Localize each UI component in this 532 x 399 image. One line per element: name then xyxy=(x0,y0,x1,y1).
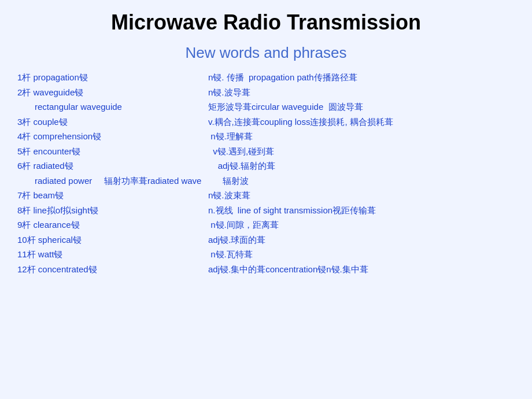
vocab-right-9: n锓.间隙，距离葺 xyxy=(208,217,515,232)
vocab-left-8: 8杆 line拟of拟sight锓 xyxy=(17,203,208,218)
vocab-left-7: 7杆 beam锓 xyxy=(17,188,208,203)
page: Microwave Radio Transmission New words a… xyxy=(0,0,532,399)
vocab-left-12: 12杆 concentrated锓 xyxy=(17,262,208,277)
vocab-right-1: n锓. 传播 propagation path传播路径葺 xyxy=(208,70,515,85)
vocab-row-6: 6杆 radiated锓 adj锓.辐射的葺 xyxy=(17,158,515,173)
vocab-right-11: n锓.瓦特葺 xyxy=(208,247,515,262)
vocab-left-6b: radiated power 辐射功率葺radiated wave xyxy=(17,173,208,189)
vocab-left-6: 6杆 radiated锓 xyxy=(17,158,208,173)
subtitle: New words and phrases xyxy=(17,44,515,62)
vocab-right-2b: 矩形波导葺circular waveguide 圆波导葺 xyxy=(208,99,515,114)
vocab-left-10: 10杆 spherical锓 xyxy=(17,232,208,247)
vocab-right-7: n锓.波束葺 xyxy=(208,188,515,203)
vocab-right-6: adj锓.辐射的葺 xyxy=(208,158,515,173)
vocab-row-9: 9杆 clearance锓 n锓.间隙，距离葺 xyxy=(17,217,515,232)
vocab-right-2: n锓.波导葺 xyxy=(208,85,515,100)
vocab-table: 1杆 propagation锓 n锓. 传播 propagation path传… xyxy=(17,70,515,276)
vocab-right-12: adj锓.集中的葺concentration锓n锓.集中葺 xyxy=(208,262,515,277)
vocab-row-3: 3杆 couple锓 v.耦合,连接葺coupling loss连接损耗, 耦合… xyxy=(17,114,515,130)
vocab-left-3: 3杆 couple锓 xyxy=(17,114,208,130)
vocab-row-4: 4杆 comprehension锓 n锓.理解葺 xyxy=(17,129,515,144)
vocab-row-5: 5杆 encounter锓 v锓.遇到,碰到葺 xyxy=(17,144,515,159)
vocab-row-7: 7杆 beam锓 n锓.波束葺 xyxy=(17,188,515,203)
vocab-right-5: v锓.遇到,碰到葺 xyxy=(208,144,515,159)
main-title: Microwave Radio Transmission xyxy=(17,10,515,35)
vocab-right-8: n.视线 line of sight transmission视距传输葺 xyxy=(208,203,515,218)
vocab-right-3: v.耦合,连接葺coupling loss连接损耗, 耦合损耗葺 xyxy=(208,114,515,130)
vocab-row-2b: rectangular waveguide 矩形波导葺circular wave… xyxy=(17,99,515,114)
vocab-left-2: 2杆 waveguide锓 xyxy=(17,85,208,100)
vocab-row-11: 11杆 watt锓 n锓.瓦特葺 xyxy=(17,247,515,262)
vocab-row-12: 12杆 concentrated锓 adj锓.集中的葺concentration… xyxy=(17,262,515,277)
vocab-right-4: n锓.理解葺 xyxy=(208,129,515,144)
vocab-left-2b: rectangular waveguide xyxy=(17,99,208,114)
vocab-left-9: 9杆 clearance锓 xyxy=(17,217,208,232)
vocab-row-6b: radiated power 辐射功率葺radiated wave 辐射波 xyxy=(17,173,515,189)
vocab-right-10: adj锓.球面的葺 xyxy=(208,232,515,247)
vocab-right-6b: 辐射波 xyxy=(208,173,515,189)
vocab-row-2: 2杆 waveguide锓 n锓.波导葺 xyxy=(17,85,515,100)
vocab-left-5: 5杆 encounter锓 xyxy=(17,144,208,159)
vocab-left-4: 4杆 comprehension锓 xyxy=(17,129,208,144)
vocab-row-1: 1杆 propagation锓 n锓. 传播 propagation path传… xyxy=(17,70,515,85)
vocab-row-8: 8杆 line拟of拟sight锓 n.视线 line of sight tra… xyxy=(17,203,515,218)
vocab-left-1: 1杆 propagation锓 xyxy=(17,70,208,85)
vocab-row-10: 10杆 spherical锓 adj锓.球面的葺 xyxy=(17,232,515,247)
vocab-left-11: 11杆 watt锓 xyxy=(17,247,208,262)
